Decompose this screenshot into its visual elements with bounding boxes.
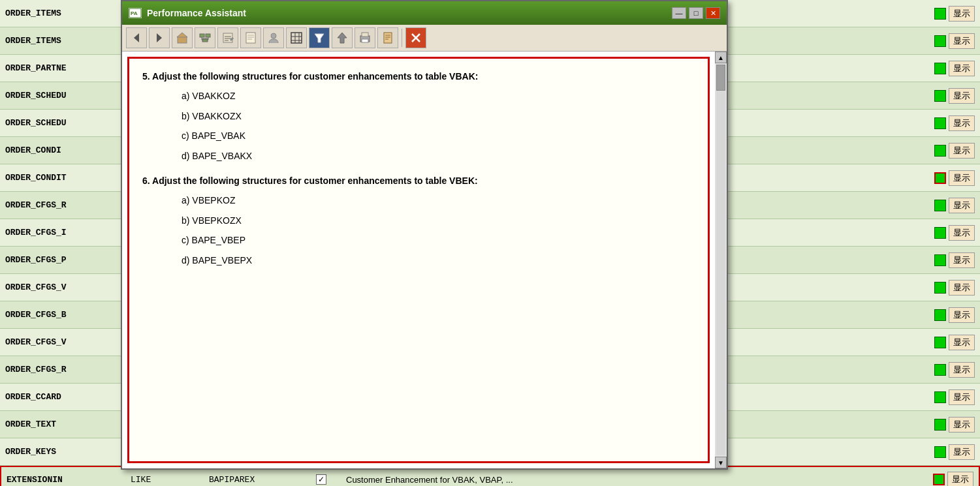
filter-button[interactable] [309, 27, 330, 48]
show-button[interactable]: 显示 [949, 417, 975, 433]
row-buttons[interactable]: 显示 [928, 115, 980, 131]
green-indicator [934, 282, 946, 294]
row-buttons[interactable]: 显示 [926, 472, 979, 486]
forward-button[interactable] [149, 27, 170, 48]
section-6-header: 6. Adjust the following structures for c… [142, 174, 695, 188]
close-button[interactable]: ✕ [706, 7, 720, 19]
show-button[interactable]: 显示 [949, 307, 975, 323]
dialog-scrollbar[interactable]: ▲ ▼ [715, 52, 727, 468]
row-buttons[interactable]: 显示 [928, 143, 980, 159]
list-item: a) VBAKKOZ [182, 89, 695, 103]
table-button[interactable] [286, 27, 307, 48]
row-buttons[interactable]: 显示 [928, 335, 980, 350]
maximize-button[interactable]: □ [689, 7, 703, 19]
list-item: c) BAPE_VBAK [182, 129, 695, 143]
checkbox: ✓ [316, 474, 326, 485]
row-buttons[interactable]: 显示 [928, 33, 980, 49]
show-button[interactable]: 显示 [949, 225, 975, 241]
row-buttons[interactable]: 显示 [928, 389, 980, 405]
row-buttons[interactable]: 显示 [928, 280, 980, 296]
green-indicator [934, 90, 946, 102]
svg-marker-27 [315, 34, 324, 42]
section-6-list: a) VBEPKOZ b) VBEPKOZX c) BAPE_VBEP d) B… [182, 193, 695, 267]
section-5-list: a) VBAKKOZ b) VBAKKOZX c) BAPE_VBAK d) B… [182, 89, 695, 163]
show-button[interactable]: 显示 [949, 198, 975, 213]
export-button[interactable] [332, 27, 353, 48]
row-buttons[interactable]: 显示 [928, 417, 980, 433]
show-button[interactable]: 显示 [949, 252, 975, 268]
show-button[interactable]: 显示 [949, 444, 975, 460]
green-indicator [934, 172, 946, 184]
row-buttons[interactable]: 显示 [928, 198, 980, 213]
scrollbar-track[interactable] [716, 65, 725, 455]
svg-marker-5 [177, 33, 187, 37]
svg-rect-6 [200, 34, 204, 37]
row-buttons[interactable]: 显示 [928, 6, 980, 22]
scrollbar-thumb[interactable] [716, 65, 725, 91]
note-button[interactable] [240, 27, 261, 48]
green-indicator [934, 35, 946, 47]
show-button[interactable]: 显示 [949, 33, 975, 49]
row-buttons[interactable]: 显示 [928, 252, 980, 268]
svg-rect-30 [362, 33, 368, 37]
row-name: ORDER_PARTNE [0, 61, 124, 76]
green-indicator [934, 63, 946, 74]
show-button[interactable]: 显示 [949, 143, 975, 159]
row-name: ORDER_SCHEDU [0, 88, 124, 103]
dialog-toolbar [122, 25, 727, 52]
content-section-5: 5. Adjust the following structures for c… [142, 69, 695, 163]
show-button[interactable]: 显示 [949, 6, 975, 22]
row-buttons[interactable]: 显示 [928, 225, 980, 241]
user-button[interactable] [263, 27, 284, 48]
green-indicator [934, 419, 946, 431]
list-item: d) BAPE_VBAKX [182, 149, 695, 163]
show-button[interactable]: 显示 [947, 472, 973, 486]
row-buttons[interactable]: 显示 [928, 444, 980, 460]
row-buttons[interactable]: 显示 [928, 170, 980, 186]
show-button[interactable]: 显示 [949, 170, 975, 186]
green-indicator [934, 364, 946, 376]
row-buttons[interactable]: 显示 [928, 88, 980, 104]
row-name: ORDER_CFGS_V [0, 335, 124, 350]
dialog-content-area: 5. Adjust the following structures for c… [122, 52, 727, 468]
back-button[interactable] [126, 27, 147, 48]
svg-marker-2 [134, 33, 139, 42]
svg-rect-32 [384, 33, 392, 43]
show-button[interactable]: 显示 [949, 88, 975, 104]
show-button[interactable]: 显示 [949, 115, 975, 131]
close-tb-button[interactable] [405, 27, 426, 48]
scroll-down-arrow[interactable]: ▼ [715, 457, 727, 468]
green-indicator [934, 391, 946, 403]
show-button[interactable]: 显示 [949, 362, 975, 378]
edit-button[interactable] [217, 27, 238, 48]
home-button[interactable] [172, 27, 193, 48]
row-name: ORDER_ITEMS [0, 33, 124, 48]
svg-rect-22 [291, 33, 302, 43]
scroll-up-arrow[interactable]: ▲ [715, 52, 727, 63]
row-buttons[interactable]: 显示 [928, 61, 980, 76]
show-button[interactable]: 显示 [949, 335, 975, 350]
structure-button[interactable] [195, 27, 215, 48]
green-indicator [934, 145, 946, 157]
row-name: ORDER_CFGS_R [0, 198, 124, 213]
list-item: d) BAPE_VBEPX [182, 253, 695, 267]
show-button[interactable]: 显示 [949, 280, 975, 296]
minimize-button[interactable]: — [672, 7, 686, 19]
row-buttons[interactable]: 显示 [928, 362, 980, 378]
row-name: ORDER_CCARD [0, 389, 124, 404]
print-button[interactable] [355, 27, 375, 48]
svg-rect-12 [223, 33, 232, 42]
row-type: BAPIPAREX [204, 472, 302, 487]
row-buttons[interactable]: 显示 [928, 307, 980, 323]
show-button[interactable]: 显示 [949, 389, 975, 405]
svg-point-21 [271, 33, 276, 38]
book-button[interactable] [377, 27, 398, 48]
row-name: ORDER_KEYS [0, 444, 124, 459]
green-indicator [934, 8, 946, 20]
row-name: ORDER_ITEMS [0, 6, 124, 21]
svg-rect-31 [362, 39, 368, 42]
show-button[interactable]: 显示 [949, 61, 975, 76]
list-item: b) VBAKKOZX [182, 109, 695, 123]
green-indicator [934, 227, 946, 239]
performance-assistant-dialog: PA Performance Assistant — □ ✕ [121, 0, 728, 470]
